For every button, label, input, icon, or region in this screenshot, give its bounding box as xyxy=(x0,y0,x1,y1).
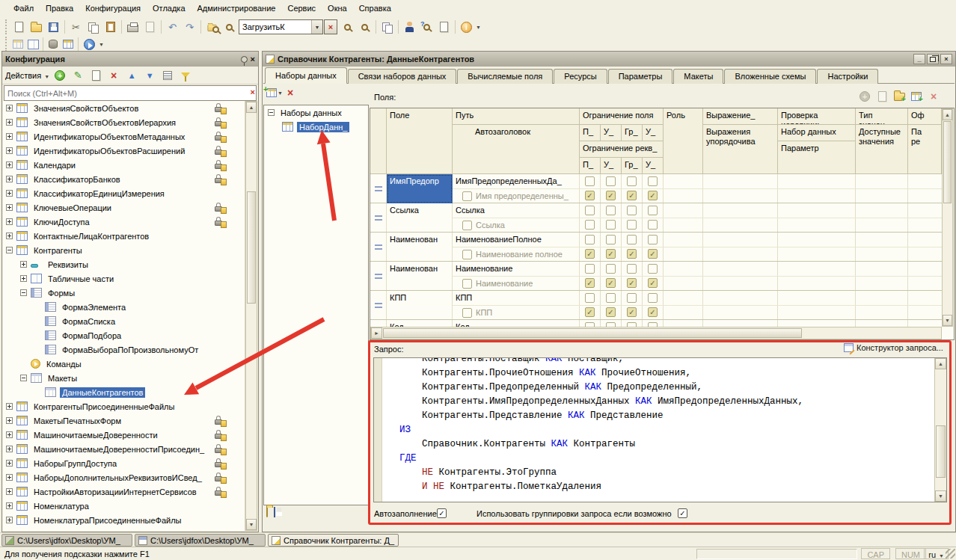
add-field-button[interactable]: + xyxy=(857,90,872,102)
expand-icon[interactable] xyxy=(6,105,13,111)
expand-icon[interactable] xyxy=(6,446,13,452)
fields-table-rows[interactable]: ИмяПредопрИмяПредопределенныхДа_Имя пред… xyxy=(370,174,942,327)
column-header[interactable]: Ограничение поля xyxy=(580,108,664,125)
collapse-icon[interactable] xyxy=(20,375,27,381)
scrollbar-thumb[interactable] xyxy=(383,328,802,338)
expand-icon[interactable] xyxy=(20,275,27,282)
field-row-Ссылка[interactable]: СсылкаСсылкаСсылка xyxy=(370,203,942,233)
expand-icon[interactable] xyxy=(6,488,13,495)
attr-limit-checkbox[interactable] xyxy=(627,191,637,200)
attr-limit-checkbox[interactable] xyxy=(648,220,658,230)
scrollbar-thumb[interactable] xyxy=(247,191,256,304)
add-dataset-button[interactable]: + ▼ xyxy=(266,88,283,97)
tree-item-МашиночитаемыеДоверенностиПрисоедин_[interactable]: МашиночитаемыеДоверенностиПрисоедин_ xyxy=(3,442,245,456)
scroll-down-icon[interactable]: ▼ xyxy=(943,315,952,326)
delete-dataset-button[interactable]: × xyxy=(287,87,293,98)
auto-header-checkbox[interactable] xyxy=(462,221,472,230)
toolbar-grip[interactable] xyxy=(5,37,8,52)
collapse-icon[interactable] xyxy=(268,109,275,116)
expand-icon[interactable] xyxy=(6,218,13,225)
field-limit-checkbox[interactable] xyxy=(585,206,595,215)
column-header[interactable]: У_ xyxy=(643,158,664,174)
field-limit-checkbox[interactable] xyxy=(585,293,595,303)
autofill-checkbox[interactable] xyxy=(437,508,447,518)
tree-scrollbar[interactable]: ▲ ▼ xyxy=(245,101,257,531)
column-header[interactable]: Проверка иерархии: xyxy=(778,108,856,125)
field-path-cell[interactable]: Ссылка xyxy=(453,203,580,218)
resize-grip[interactable] xyxy=(946,549,955,559)
expand-icon[interactable] xyxy=(6,474,13,481)
menu-item-Файл[interactable]: Файл xyxy=(7,1,40,15)
attr-limit-checkbox[interactable] xyxy=(648,191,658,200)
expand-icon[interactable] xyxy=(6,403,13,410)
tree-item-Реквизиты[interactable]: Реквизиты xyxy=(3,257,245,271)
table-control-button[interactable] xyxy=(61,38,76,50)
field-limit-checkbox[interactable] xyxy=(627,206,637,215)
tree-item-НастройкиАвторизацииИнтернетСервисов[interactable]: НастройкиАвторизацииИнтернетСервисов xyxy=(3,484,245,499)
metadata-tree[interactable]: ЗначенияСвойствОбъектовЗначенияСвойствОб… xyxy=(3,101,245,531)
column-header[interactable]: Доступные значения xyxy=(856,125,908,174)
column-header[interactable]: Гр_ xyxy=(622,125,643,141)
scroll-down-icon[interactable]: ▼ xyxy=(246,519,257,530)
field-limit-checkbox[interactable] xyxy=(585,264,595,274)
tree-item-ФормаВыбораПоПроизвольномуОт[interactable]: ФормаВыбораПоПроизвольномуОт xyxy=(3,342,245,357)
expand-icon[interactable] xyxy=(6,417,13,424)
tab-ресурсы[interactable]: Ресурсы xyxy=(554,69,607,84)
field-row-Код[interactable]: КодКодКод xyxy=(370,320,942,327)
field-limit-checkbox[interactable] xyxy=(585,176,595,186)
tree-item-КонтрагентыПрисоединенныеФайлы[interactable]: КонтрагентыПрисоединенныеФайлы xyxy=(3,399,245,413)
paste-button[interactable] xyxy=(102,19,119,35)
tab-наборы-данных[interactable]: Наборы данных xyxy=(265,67,347,84)
field-name-cell[interactable]: Код xyxy=(387,320,453,327)
expand-icon[interactable] xyxy=(6,147,13,154)
field-name-cell[interactable]: ИмяПредопр xyxy=(387,174,453,203)
print-preview-button[interactable] xyxy=(141,19,159,35)
move-up-button[interactable]: ▲ xyxy=(124,68,139,83)
column-header[interactable]: У_ xyxy=(601,158,622,174)
column-header[interactable]: У_ xyxy=(601,125,622,141)
attr-limit-checkbox[interactable] xyxy=(585,307,595,317)
field-limit-checkbox[interactable] xyxy=(606,235,616,244)
minimize-button[interactable]: _ xyxy=(913,54,925,64)
redo-button[interactable]: ↷ xyxy=(181,19,198,35)
copy-special-button[interactable] xyxy=(379,19,396,35)
attr-limit-checkbox[interactable] xyxy=(606,278,616,288)
tab-параметры[interactable]: Параметры xyxy=(608,69,673,84)
find-next-button[interactable] xyxy=(339,19,356,35)
menu-item-Правка[interactable]: Правка xyxy=(40,1,79,15)
close-panel-button[interactable]: × xyxy=(251,55,255,64)
query-editor[interactable]: Контрагенты.Поставщик КАК Поставщик, Кон… xyxy=(373,357,947,502)
delete-button[interactable]: × xyxy=(106,68,121,83)
tree-item-МашиночитаемыеДоверенности[interactable]: МашиночитаемыеДоверенности xyxy=(3,428,245,442)
tree-item-КлассификаторБанков[interactable]: КлассификаторБанков xyxy=(3,172,245,186)
start-debugging-button[interactable] xyxy=(81,36,98,52)
field-limit-checkbox[interactable] xyxy=(606,293,616,303)
tree-item-Контрагенты[interactable]: Контрагенты xyxy=(3,243,245,257)
search-input[interactable] xyxy=(4,85,257,101)
sort-list-button[interactable] xyxy=(160,68,175,83)
scrollbar-thumb[interactable] xyxy=(943,121,952,203)
auto-header-checkbox[interactable] xyxy=(462,191,472,201)
config-wizard-button[interactable] xyxy=(401,19,418,35)
expand-icon[interactable] xyxy=(6,190,13,197)
expand-icon[interactable] xyxy=(6,460,13,467)
find-previous-button[interactable] xyxy=(356,19,373,35)
cut-button[interactable]: ✂ xyxy=(67,19,85,35)
expand-icon[interactable] xyxy=(6,133,13,140)
add-table-button[interactable]: + xyxy=(909,90,924,102)
toolbar-grip[interactable] xyxy=(5,19,8,34)
template-document-button[interactable] xyxy=(435,19,453,35)
tree-item-КлассификаторЕдиницИзмерения[interactable]: КлассификаторЕдиницИзмерения xyxy=(3,186,245,200)
attr-limit-checkbox[interactable] xyxy=(648,307,658,317)
attr-limit-checkbox[interactable] xyxy=(585,191,595,200)
expand-icon[interactable] xyxy=(6,119,13,126)
tree-item-Календари[interactable]: Календари xyxy=(3,158,245,172)
collapse-icon[interactable] xyxy=(6,247,13,253)
field-limit-checkbox[interactable] xyxy=(627,293,637,303)
column-header[interactable]: Гр_ xyxy=(622,158,643,174)
attr-limit-checkbox[interactable] xyxy=(585,249,595,259)
attr-limit-checkbox[interactable] xyxy=(627,220,637,230)
functions-panel-button[interactable] xyxy=(10,38,25,50)
field-path-cell[interactable]: Код xyxy=(453,320,580,327)
fields-vscrollbar[interactable]: ▲ ▼ xyxy=(942,108,953,327)
